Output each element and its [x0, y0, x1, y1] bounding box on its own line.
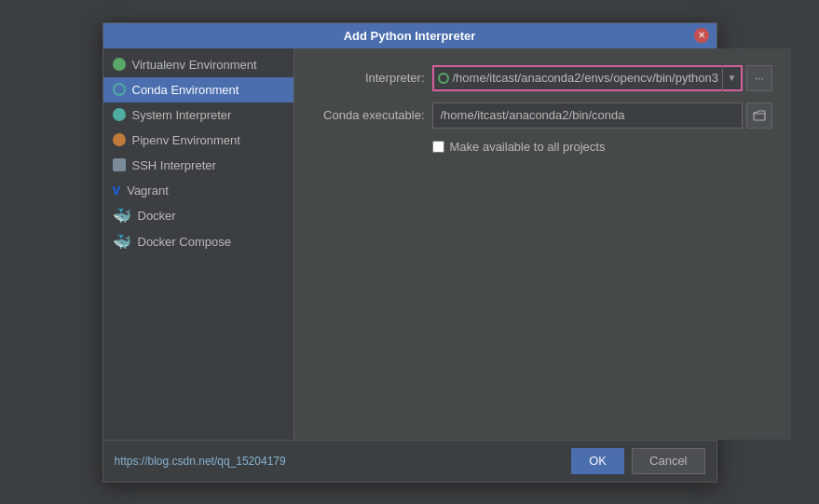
- conda-input-wrapper: [432, 102, 772, 129]
- footer-buttons: OK Cancel: [571, 448, 704, 474]
- make-available-label: Make available to all projects: [450, 140, 606, 154]
- interpreter-circle-icon: [438, 73, 449, 84]
- interpreter-row: Interpreter: /home/itcast/anaconda2/envs…: [313, 65, 772, 91]
- footer-link[interactable]: https://blog.csdn.net/qq_15204179: [115, 455, 286, 468]
- title-bar: Add Python Interpreter ✕: [103, 23, 717, 48]
- dialog-footer: https://blog.csdn.net/qq_15204179 OK Can…: [103, 440, 717, 482]
- make-available-row: Make available to all projects: [432, 140, 772, 154]
- pipenv-icon: [113, 133, 126, 146]
- interpreter-browse-button[interactable]: ···: [746, 65, 772, 91]
- sidebar-item-system[interactable]: System Interpreter: [103, 102, 293, 128]
- sidebar-item-ssh[interactable]: SSH Interpreter: [103, 153, 293, 178]
- conda-label: Conda executable:: [313, 108, 425, 122]
- make-available-checkbox[interactable]: [432, 141, 444, 153]
- vagrant-icon: V: [113, 184, 121, 197]
- sidebar-item-conda[interactable]: Conda Environment: [103, 77, 293, 102]
- sidebar-label-docker: Docker: [138, 209, 176, 223]
- sidebar-item-vagrant[interactable]: V Vagrant: [103, 178, 293, 203]
- conda-executable-input[interactable]: [432, 102, 743, 129]
- main-content: Interpreter: /home/itcast/anaconda2/envs…: [294, 48, 791, 440]
- sidebar-item-pipenv[interactable]: Pipenv Environment: [103, 128, 293, 153]
- interpreter-dropdown-arrow[interactable]: ▼: [722, 65, 741, 91]
- docker-compose-icon: 🐳: [113, 235, 131, 250]
- ssh-icon: [113, 158, 126, 171]
- svg-rect-0: [754, 114, 765, 120]
- system-icon: [113, 108, 126, 121]
- add-interpreter-dialog: Add Python Interpreter ✕ Virtualenv Envi…: [102, 22, 717, 483]
- sidebar-label-conda: Conda Environment: [132, 83, 239, 97]
- sidebar-item-virtualenv[interactable]: Virtualenv Environment: [103, 52, 293, 77]
- conda-browse-button[interactable]: [746, 102, 772, 129]
- sidebar-label-vagrant: Vagrant: [127, 184, 169, 198]
- sidebar: Virtualenv Environment Conda Environment…: [103, 48, 294, 440]
- sidebar-label-pipenv: Pipenv Environment: [132, 133, 240, 147]
- virtualenv-icon: [113, 58, 126, 71]
- dialog-body: Virtualenv Environment Conda Environment…: [103, 48, 717, 440]
- interpreter-field[interactable]: /home/itcast/anaconda2/envs/opencv/bin/p…: [432, 65, 743, 91]
- cancel-button[interactable]: Cancel: [632, 448, 704, 474]
- sidebar-label-docker-compose: Docker Compose: [138, 235, 231, 249]
- interpreter-value: /home/itcast/anaconda2/envs/opencv/bin/p…: [453, 71, 718, 85]
- sidebar-item-docker[interactable]: 🐳 Docker: [103, 203, 293, 229]
- interpreter-input-wrapper: /home/itcast/anaconda2/envs/opencv/bin/p…: [432, 65, 772, 91]
- conda-icon: [113, 83, 126, 96]
- sidebar-label-ssh: SSH Interpreter: [132, 158, 216, 172]
- docker-icon: 🐳: [113, 209, 131, 224]
- interpreter-label: Interpreter:: [313, 71, 425, 85]
- dialog-title: Add Python Interpreter: [344, 29, 476, 43]
- close-button[interactable]: ✕: [694, 28, 709, 43]
- ok-button[interactable]: OK: [571, 448, 624, 474]
- conda-executable-row: Conda executable:: [313, 102, 772, 129]
- sidebar-label-virtualenv: Virtualenv Environment: [132, 58, 257, 72]
- sidebar-item-docker-compose[interactable]: 🐳 Docker Compose: [103, 229, 293, 255]
- sidebar-label-system: System Interpreter: [132, 108, 232, 122]
